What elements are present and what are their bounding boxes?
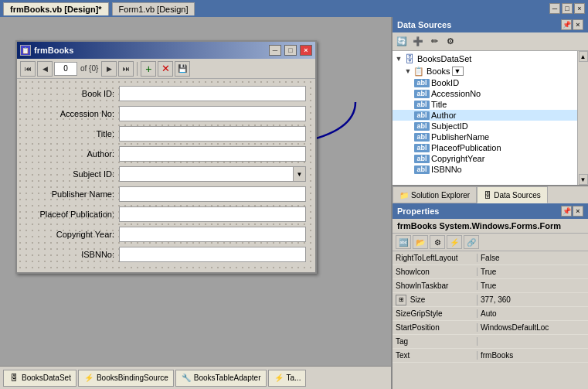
- tab-form1[interactable]: Form1.vb [Design]: [112, 2, 195, 15]
- ds-add-button[interactable]: ➕: [410, 34, 426, 49]
- tree-area: ▼ 🗄 BooksDataSet ▼ 📋 Books ▼: [393, 51, 577, 185]
- main-maximize-button[interactable]: □: [562, 3, 573, 14]
- label-subjectid: Subject ID:: [26, 169, 119, 179]
- tab-form1-label: Form1.vb [Design]: [119, 5, 189, 14]
- properties-content: frmBooks System.Windows.Forms.Form 🔤 📂 ⚙…: [393, 219, 588, 389]
- panel-close-button[interactable]: ×: [573, 19, 583, 30]
- properties-pin-button[interactable]: 📌: [561, 206, 572, 217]
- prop-value-sizegripstyle[interactable]: Auto: [478, 309, 588, 318]
- input-title[interactable]: [119, 126, 306, 142]
- tab-solution-explorer[interactable]: 📁 Solution Explorer: [393, 186, 477, 203]
- field-icon-title: abl: [414, 101, 430, 109]
- prop-value-showicon[interactable]: True: [478, 268, 588, 276]
- tree-label-isbnno: ISBNNo: [431, 165, 462, 174]
- prop-propbind-button[interactable]: 🔗: [464, 235, 479, 249]
- ds-edit-button[interactable]: ✏: [427, 34, 442, 49]
- combo-subjectid[interactable]: ▼: [119, 166, 306, 182]
- input-placeofpublication[interactable]: [119, 206, 306, 222]
- prop-value-righttoleftlayout[interactable]: False: [478, 254, 588, 262]
- properties-panel: Properties 📌 × frmBooks System.Windows.F…: [393, 203, 588, 389]
- nav-save-button[interactable]: 💾: [175, 61, 190, 77]
- bottom-taskbar: 🗄 BooksDataSet ⚡ BooksBindingSource 🔧 Bo…: [0, 366, 391, 389]
- input-publishername[interactable]: [119, 186, 306, 202]
- tab-frmbooks[interactable]: frmBooks.vb [Design]*: [3, 2, 109, 15]
- prop-name-tag: Tag: [393, 337, 478, 346]
- tree-item-placeofpublication[interactable]: abl PlaceofPublication: [393, 142, 577, 153]
- tab-solution-explorer-label: Solution Explorer: [411, 191, 470, 200]
- tab-data-sources[interactable]: 🗄 Data Sources: [477, 186, 548, 203]
- nav-prev-button[interactable]: ◀: [37, 61, 53, 77]
- combo-arrow-icon: ▼: [293, 167, 305, 181]
- properties-toolbar: 🔤 📂 ⚙ ⚡ 🔗: [393, 234, 588, 251]
- main-close-button[interactable]: ×: [574, 3, 585, 14]
- prop-events-button[interactable]: ⚡: [447, 235, 462, 249]
- input-isbnno[interactable]: [119, 247, 306, 262]
- prop-sort-az-button[interactable]: 🔤: [396, 235, 411, 249]
- nav-first-button[interactable]: ⏮: [20, 61, 36, 77]
- taskbar-booksbindingsource[interactable]: ⚡ BooksBindingSource: [78, 370, 174, 387]
- expand-books[interactable]: ▼: [403, 67, 413, 76]
- properties-table: RightToLeftLayout False ShowIcon True Sh…: [393, 251, 588, 389]
- panel-pin-button[interactable]: 📌: [561, 19, 572, 30]
- label-publishername: Publisher Name:: [26, 189, 119, 199]
- tree-item-author[interactable]: abl Author: [393, 110, 577, 121]
- nav-last-button[interactable]: ⏭: [118, 61, 134, 77]
- tree-item-isbnno[interactable]: abl ISBNNo: [393, 164, 577, 175]
- form-row-placeofpublication: Placeof Publication:: [26, 206, 306, 223]
- prop-row-showintaskbar: ShowInTaskbar True: [393, 279, 588, 293]
- prop-value-text[interactable]: frmBooks: [478, 351, 588, 360]
- form-titlebar: 📋 frmBooks ─ □ ×: [17, 42, 315, 59]
- field-icon-copyrightyear: abl: [414, 155, 430, 163]
- taskbar-bookstableadapter-label: BooksTableAdapter: [194, 374, 261, 382]
- label-author: Author:: [26, 149, 119, 159]
- nav-add-button[interactable]: +: [141, 61, 156, 77]
- taskbar-booksdataset[interactable]: 🗄 BooksDataSet: [3, 370, 76, 387]
- input-accessionno[interactable]: [119, 106, 306, 121]
- ds-config-button[interactable]: ⚙: [443, 34, 458, 49]
- size-expand-icon[interactable]: ⊞: [396, 295, 406, 305]
- prop-name-showicon: ShowIcon: [393, 268, 478, 276]
- form-title-text: frmBooks: [34, 46, 266, 55]
- expand-booksdataset[interactable]: ▼: [394, 54, 403, 63]
- form-row-author: Author:: [26, 145, 306, 162]
- nav-next-button[interactable]: ▶: [101, 61, 117, 77]
- datasources-scrollbar[interactable]: ▲ ▼: [577, 51, 588, 185]
- form-minimize-button[interactable]: ─: [269, 45, 281, 56]
- scroll-down-button[interactable]: ▼: [579, 174, 588, 185]
- datasources-titlebar: Data Sources 📌 ×: [393, 17, 588, 32]
- tree-item-booksdataset[interactable]: ▼ 🗄 BooksDataSet: [393, 53, 577, 65]
- form-close-button[interactable]: ×: [300, 45, 312, 56]
- tree-item-accessionno[interactable]: abl AccessionNo: [393, 88, 577, 99]
- ds-refresh-button[interactable]: 🔄: [394, 34, 410, 49]
- main-minimize-button[interactable]: ─: [549, 3, 560, 14]
- tree-item-subjectid[interactable]: abl SubjectID: [393, 121, 577, 131]
- input-bookid[interactable]: [119, 86, 306, 101]
- tree-item-bookid[interactable]: abl BookID: [393, 77, 577, 88]
- form-maximize-button[interactable]: □: [284, 45, 297, 56]
- prop-value-size[interactable]: 377, 360: [478, 295, 588, 304]
- prop-name-startposition: StartPosition: [393, 323, 478, 332]
- nav-delete-button[interactable]: ✕: [158, 61, 173, 77]
- prop-value-startposition[interactable]: WindowsDefaultLoc: [478, 323, 588, 332]
- field-icon-accessionno: abl: [414, 90, 430, 98]
- scroll-up-button[interactable]: ▲: [579, 51, 588, 62]
- tree-item-publishername[interactable]: abl PublisherName: [393, 131, 577, 142]
- taskbar-bookstableadapter[interactable]: 🔧 BooksTableAdapter: [175, 370, 267, 387]
- input-copyrightyear[interactable]: [119, 227, 306, 242]
- taskbar-ta[interactable]: ⚡ Ta...: [268, 370, 307, 387]
- properties-close-button[interactable]: ×: [573, 206, 583, 217]
- books-combo-dropdown[interactable]: ▼: [452, 67, 464, 76]
- tree-item-copyrightyear[interactable]: abl CopyrightYear: [393, 153, 577, 164]
- tree-label-bookid: BookID: [431, 78, 459, 87]
- input-author[interactable]: [119, 146, 306, 162]
- form-window: 📋 frmBooks ─ □ × ⏮ ◀ of {0} ▶ ⏭ + ✕ 💾: [15, 40, 317, 274]
- prop-value-showintaskbar[interactable]: True: [478, 282, 588, 290]
- main-titlebar: frmBooks.vb [Design]* Form1.vb [Design] …: [0, 0, 588, 17]
- form-icon: 📋: [20, 45, 31, 56]
- tree-item-title[interactable]: abl Title: [393, 99, 577, 110]
- tree-item-books[interactable]: ▼ 📋 Books ▼: [393, 65, 577, 77]
- prop-props-button[interactable]: ⚙: [430, 235, 445, 249]
- tree-label-placeofpublication: PlaceofPublication: [431, 143, 501, 152]
- nav-current-input[interactable]: [54, 62, 77, 76]
- prop-sort-cat-button[interactable]: 📂: [413, 235, 428, 249]
